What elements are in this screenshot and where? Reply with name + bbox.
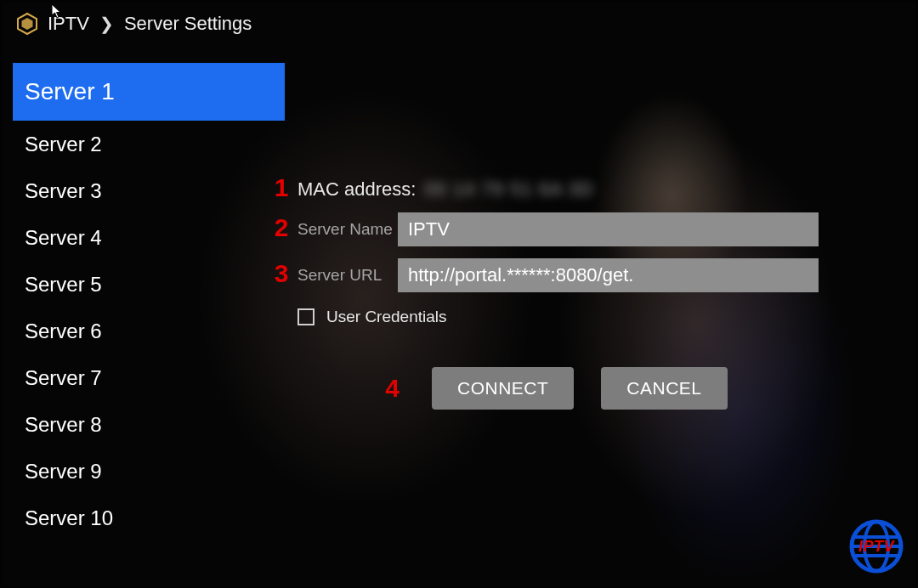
server-settings-form: 1 MAC address: 00 14 79 51 6A 3D 2 Serve… (269, 178, 884, 338)
sidebar-item-label: Server 2 (25, 133, 102, 156)
server-name-input[interactable] (398, 212, 819, 246)
button-row: 4 CONNECT CANCEL (269, 367, 728, 410)
connect-button[interactable]: CONNECT (432, 367, 574, 410)
sidebar-item-server-3[interactable]: Server 3 (13, 167, 285, 214)
annotation-marker-2: 2 (269, 213, 294, 242)
user-credentials-checkbox[interactable] (298, 308, 314, 325)
user-credentials-label: User Credentials (326, 308, 447, 326)
sidebar-item-server-9[interactable]: Server 9 (13, 448, 285, 495)
mac-address-value: 00 14 79 51 6A 3D (424, 178, 593, 201)
sidebar-item-label: Server 7 (25, 366, 102, 390)
annotation-marker-3: 3 (269, 259, 294, 288)
cancel-button[interactable]: CANCEL (601, 367, 727, 410)
mac-address-label: MAC address: (298, 178, 416, 201)
server-name-row: 2 Server Name (269, 212, 884, 246)
sidebar-item-label: Server 5 (25, 273, 102, 297)
annotation-marker-1: 1 (269, 173, 294, 202)
server-url-label: Server URL (298, 266, 398, 285)
server-url-input[interactable] (398, 258, 819, 292)
breadcrumb-page: Server Settings (124, 13, 252, 35)
chevron-right-icon: ❯ (99, 14, 114, 34)
sidebar-item-label: Server 4 (25, 226, 102, 250)
sidebar-item-label: Server 6 (25, 319, 102, 343)
app-logo-icon (15, 12, 39, 36)
sidebar-item-label: Server 8 (25, 413, 102, 437)
mac-address-row: 1 MAC address: 00 14 79 51 6A 3D (269, 178, 884, 201)
watermark-logo: IPTV (847, 517, 906, 576)
user-credentials-row: User Credentials (269, 304, 884, 326)
watermark-text: IPTV (858, 538, 894, 556)
sidebar-item-server-2[interactable]: Server 2 (13, 121, 285, 167)
sidebar-item-server-1[interactable]: Server 1 (13, 63, 285, 121)
sidebar-item-label: Server 10 (25, 506, 113, 530)
sidebar-item-server-4[interactable]: Server 4 (13, 214, 285, 261)
server-name-label: Server Name (298, 220, 398, 239)
sidebar-item-server-8[interactable]: Server 8 (13, 401, 285, 448)
server-url-row: 3 Server URL (269, 258, 884, 292)
mouse-cursor-icon (51, 3, 63, 22)
svg-marker-1 (22, 18, 33, 30)
sidebar-item-server-5[interactable]: Server 5 (13, 261, 285, 308)
annotation-marker-4: 4 (269, 374, 405, 403)
sidebar-item-label: Server 1 (25, 78, 115, 105)
sidebar-item-server-10[interactable]: Server 10 (13, 495, 285, 541)
sidebar-item-server-6[interactable]: Server 6 (13, 308, 285, 354)
sidebar-item-server-7[interactable]: Server 7 (13, 354, 285, 401)
sidebar-item-label: Server 9 (25, 460, 102, 483)
server-list: Server 1 Server 2 Server 3 Server 4 Serv… (13, 63, 285, 541)
sidebar-item-label: Server 3 (25, 179, 102, 203)
